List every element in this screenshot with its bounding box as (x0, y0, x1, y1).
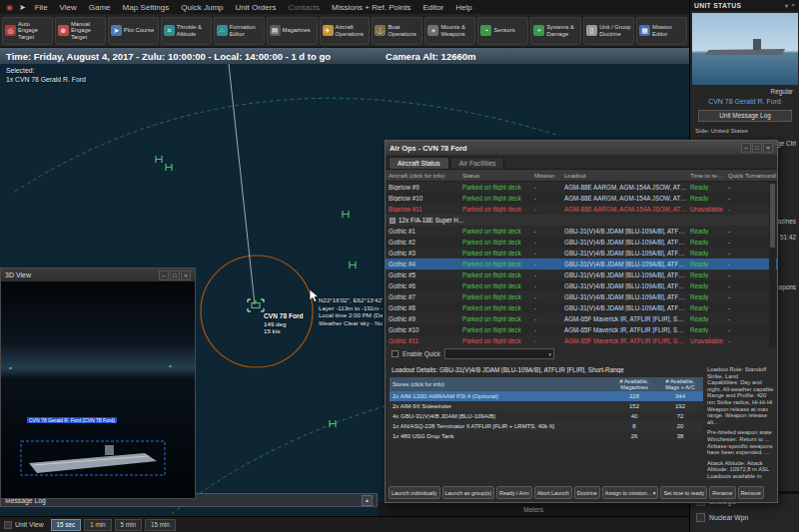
store-row[interactable]: 1x AN/ASQ-228 Terminator II ATFLIR [FLIR… (390, 421, 703, 431)
close-icon[interactable]: × (763, 143, 773, 153)
unit-message-log-button[interactable]: Unit Message Log (698, 110, 792, 122)
cell-status: Parked on flight deck (459, 184, 531, 191)
ready-arm-button[interactable]: Ready / Arm (496, 486, 532, 499)
friendly-unit-symbol[interactable] (330, 420, 336, 427)
aircraft-row[interactable]: Gothic #1Parked on flight deck-GBU-31(V)… (386, 226, 777, 237)
aircraft-row[interactable]: Gothic #3Parked on flight deck-GBU-31(V)… (386, 248, 777, 259)
nuclear-row: Nuclear Wpn (696, 513, 748, 522)
friendly-unit-symbol[interactable] (156, 156, 162, 163)
menu-item-unit-orders[interactable]: Unit Orders (230, 3, 283, 12)
quick-turnaround-dropdown[interactable]: ▾ (444, 348, 554, 359)
maximize-icon[interactable]: □ (752, 143, 762, 153)
aircraft-table: Bigelow #9Parked on flight deck-AGM-88E … (386, 182, 777, 346)
3d-viewport[interactable]: CVN 78 Gerald R. Ford (CVN 78 Ford) (1, 281, 195, 498)
menu-item-view[interactable]: View (54, 3, 83, 12)
store-row[interactable]: 4x GBU-31(V)4/B JDAM [BLU-109A/B]4072 (390, 411, 703, 421)
aircraft-row[interactable]: Gothic #2Parked on flight deck-GBU-31(V)… (386, 237, 777, 248)
formation-editor-icon: ∴ (217, 25, 228, 36)
aircraft-operations-button[interactable]: ✈Aircraft Operations (320, 17, 371, 45)
store-available-magazines: 40 (611, 413, 657, 419)
mounts-weapons-button[interactable]: ⌖Mounts & Weapons (424, 17, 475, 45)
rename-button[interactable]: Rename (709, 486, 735, 499)
unit-name-link[interactable]: CVN 78 Gerald R. Ford (690, 98, 799, 105)
menu-item-editor[interactable]: Editor (416, 3, 449, 12)
table-scrollbar[interactable] (769, 182, 776, 347)
assign-to-mission-button[interactable]: Assign to mission... ▾ (602, 486, 659, 499)
boat-operations-button[interactable]: ⚓Boat Operations (372, 17, 422, 45)
aircraft-row[interactable]: Bigelow #10Parked on flight deck-AGM-88E… (386, 193, 777, 204)
doctrine-button[interactable]: Doctrine (574, 486, 600, 499)
tab-aircraft-status[interactable]: Aircraft Status (389, 157, 449, 169)
store-row[interactable]: 2x AIM-9X Sidewinder152192 (390, 401, 703, 411)
aircraft-row[interactable]: Gothic #9Parked on flight deck-AGM-65F M… (386, 313, 777, 324)
minimize-icon[interactable]: – (159, 270, 169, 280)
cell-status: Parked on flight deck (459, 326, 531, 333)
menu-item-game[interactable]: Game (83, 3, 117, 12)
boat-operations-icon: ⚓ (375, 25, 386, 36)
maximize-icon[interactable]: □ (170, 270, 180, 280)
aircraft-row[interactable]: Gothic #8Parked on flight deck-GBU-31(V)… (386, 302, 777, 313)
aircraft-row[interactable]: Gothic #6Parked on flight deck-GBU-31(V)… (386, 280, 777, 291)
close-icon[interactable]: × (181, 270, 191, 280)
aircraft-row[interactable]: Bigelow #11Parked on flight deck-AGM-88E… (386, 204, 777, 215)
nuclear-dropdown-icon[interactable] (696, 513, 705, 522)
menu-item-file[interactable]: File (29, 3, 54, 12)
menu-item-quick-jump[interactable]: Quick Jump (175, 3, 229, 12)
menu-item-missions-ref-points[interactable]: Missions + Ref. Points (326, 3, 416, 12)
unit-group-doctrine-button[interactable]: ▯Unit / Group Doctrine (583, 17, 634, 45)
sensors-button[interactable]: ◔Sensors (477, 17, 528, 45)
friendly-unit-symbol[interactable] (350, 262, 356, 268)
enable-quick-checkbox[interactable] (392, 350, 399, 357)
launch-as-group-s-button[interactable]: Launch as group(s) (442, 486, 494, 499)
air-ops-titlebar[interactable]: Air Ops - CVN 78 Ford – □ × (386, 141, 777, 155)
3d-view-window[interactable]: 3D View – □ × CVN 78 Gerald R. Ford (CVN… (0, 267, 196, 499)
launch-individually-button[interactable]: Launch individually (389, 486, 440, 499)
view-mode-icon[interactable] (4, 521, 12, 529)
minimize-icon[interactable]: – (741, 143, 751, 153)
time-compression-15-sec[interactable]: 15 sec (51, 519, 82, 531)
3d-view-titlebar[interactable]: 3D View – □ × (1, 268, 195, 281)
group-checkbox[interactable] (390, 218, 396, 224)
aircraft-row[interactable]: Gothic #10Parked on flight deck-AGM-65F … (386, 324, 777, 335)
time-compression-1-min[interactable]: 1 min (84, 519, 111, 531)
mission-editor-button[interactable]: ▦Mission Editor (636, 17, 687, 45)
cell-loadout: AGM-88E AARGM, AGM-154A JSOW, ATFLIR [FL… (561, 206, 687, 213)
time-compression-5-min[interactable]: 5 min (115, 519, 142, 531)
aircraft-row[interactable]: Gothic #11Parked on flight deck-AGM-65F … (386, 335, 777, 346)
expand-up-icon[interactable]: ▲ (362, 495, 373, 506)
menu-item-contacts[interactable]: Contacts (282, 3, 326, 12)
aircraft-group-row[interactable]: 12x F/A-18E Super H... (386, 215, 777, 226)
set-time-to-ready-button[interactable]: Set time to ready (660, 486, 707, 499)
aircraft-row[interactable]: Gothic #7Parked on flight deck-GBU-31(V)… (386, 291, 777, 302)
air-ops-window[interactable]: Air Ops - CVN 78 Ford – □ × Aircraft Sta… (385, 140, 778, 503)
menu-item-map-settings[interactable]: Map Settings (117, 3, 176, 12)
manual-engage-target-button[interactable]: ⊗Manual Engage Target (55, 17, 106, 45)
remove-button[interactable]: Remove (738, 486, 764, 499)
abort-launch-button[interactable]: Abort Launch (534, 486, 572, 499)
cell-status: Parked on flight deck (459, 293, 531, 300)
selected-label: Selected: (6, 67, 86, 76)
app-icon: ◉ (6, 3, 13, 12)
time-compression-15-min[interactable]: 15 min (145, 519, 176, 531)
store-row[interactable]: 2x AIM-120D AMRAAM P3I.4 (Optional)22834… (390, 391, 703, 401)
plot-course-button[interactable]: ➤Plot Course (108, 17, 159, 45)
aircraft-row[interactable]: Bigelow #9Parked on flight deck-AGM-88E … (386, 182, 777, 193)
friendly-unit-symbol[interactable] (166, 164, 172, 171)
formation-editor-button[interactable]: ∴Formation Editor (214, 17, 265, 45)
unit-group-doctrine-label: Unit / Group Doctrine (599, 24, 630, 37)
tab-air-facilities[interactable]: Air Facilities (450, 157, 505, 169)
throttle-altitude-button[interactable]: ≡Throttle & Altitude (161, 17, 212, 45)
aircraft-row[interactable]: Gothic #5Parked on flight deck-GBU-31(V)… (386, 269, 777, 280)
friendly-unit-symbol[interactable] (343, 211, 349, 218)
store-row[interactable]: 1x 480 USG Drop Tank2638 (390, 431, 703, 441)
menu-item-help[interactable]: Help (449, 3, 477, 12)
magazines-button[interactable]: ▤Magazines (267, 17, 318, 45)
panel-close-icon[interactable]: × (791, 2, 795, 9)
scrollbar-thumb[interactable] (770, 184, 775, 248)
aircraft-row[interactable]: Gothic #4Parked on flight deck-GBU-31(V)… (386, 259, 777, 269)
systems-damage-button[interactable]: +Systems & Damage (530, 17, 581, 45)
auto-engage-target-button[interactable]: ◎Auto Engage Target (2, 17, 53, 45)
panel-pin-icon[interactable]: ▾ (785, 2, 788, 9)
selected-unit-symbol[interactable] (248, 299, 264, 311)
cell-mission: - (531, 304, 561, 311)
